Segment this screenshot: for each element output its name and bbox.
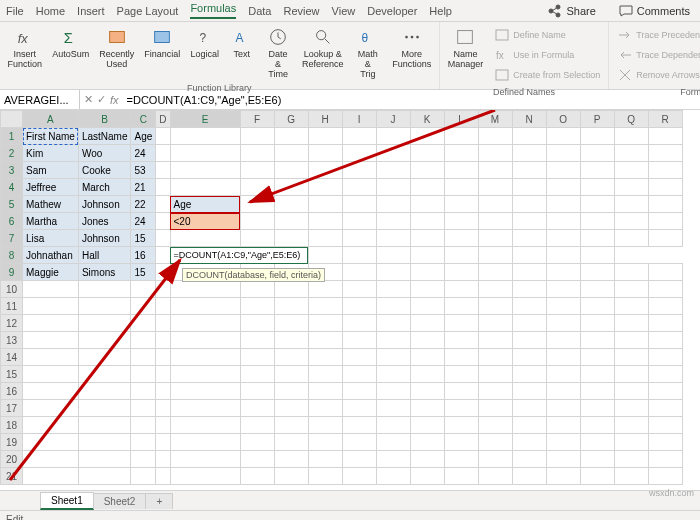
formula-bar-input[interactable]: =DCOUNT(A1:C9,"Age",E5:E6) bbox=[123, 94, 700, 106]
recently-used-button[interactable]: Recently Used bbox=[96, 24, 138, 72]
criteria-value-cell[interactable]: <20 bbox=[170, 213, 240, 230]
add-sheet-button[interactable]: + bbox=[145, 493, 173, 509]
cell[interactable]: Johnson bbox=[78, 196, 131, 213]
row-header[interactable]: 11 bbox=[1, 298, 23, 315]
autosum-button[interactable]: ΣAutoSum bbox=[49, 24, 93, 62]
row-header[interactable]: 7 bbox=[1, 230, 23, 247]
cell[interactable]: Sam bbox=[23, 162, 79, 179]
comments-button[interactable]: Comments bbox=[618, 3, 690, 19]
row-header[interactable]: 9 bbox=[1, 264, 23, 281]
cell[interactable]: March bbox=[78, 179, 131, 196]
datetime-button[interactable]: Date & Time bbox=[261, 24, 296, 82]
col-header[interactable]: L bbox=[444, 111, 478, 128]
row-header[interactable]: 16 bbox=[1, 383, 23, 400]
more-functions-button[interactable]: More Functions bbox=[389, 24, 435, 72]
tab-developer[interactable]: Developer bbox=[367, 5, 417, 17]
col-header[interactable]: C bbox=[131, 111, 156, 128]
cancel-formula-icon[interactable]: ✕ bbox=[84, 93, 93, 106]
cell[interactable]: 16 bbox=[131, 247, 156, 264]
cell[interactable]: First Name bbox=[23, 128, 79, 145]
row-header[interactable]: 4 bbox=[1, 179, 23, 196]
cell[interactable]: 22 bbox=[131, 196, 156, 213]
row-header[interactable]: 10 bbox=[1, 281, 23, 298]
col-header[interactable]: D bbox=[156, 111, 170, 128]
trace-precedents-button[interactable]: Trace Precedents bbox=[615, 26, 700, 44]
define-name-button[interactable]: Define Name bbox=[492, 26, 602, 44]
cell[interactable]: Kim bbox=[23, 145, 79, 162]
name-manager-button[interactable]: Name Manager bbox=[444, 24, 488, 72]
col-header[interactable]: R bbox=[648, 111, 682, 128]
lookup-button[interactable]: Lookup & Reference bbox=[298, 24, 346, 72]
tab-home[interactable]: Home bbox=[36, 5, 65, 17]
tab-view[interactable]: View bbox=[332, 5, 356, 17]
col-header[interactable]: A bbox=[23, 111, 79, 128]
col-header[interactable]: E bbox=[170, 111, 240, 128]
tab-formulas[interactable]: Formulas bbox=[190, 2, 236, 19]
col-header[interactable]: B bbox=[78, 111, 131, 128]
row-header[interactable]: 13 bbox=[1, 332, 23, 349]
sheet-tab-2[interactable]: Sheet2 bbox=[93, 493, 147, 509]
row-header[interactable]: 20 bbox=[1, 451, 23, 468]
cell[interactable]: Johnathan bbox=[23, 247, 79, 264]
col-header[interactable]: F bbox=[240, 111, 274, 128]
text-button[interactable]: AText bbox=[226, 24, 258, 62]
insert-function-button[interactable]: fxInsert Function bbox=[4, 24, 46, 72]
row-header[interactable]: 5 bbox=[1, 196, 23, 213]
formula-edit-cell[interactable]: =DCOUNT(A1:C9,"Age",E5:E6) bbox=[170, 247, 308, 264]
row-header[interactable]: 12 bbox=[1, 315, 23, 332]
tab-review[interactable]: Review bbox=[283, 5, 319, 17]
accept-formula-icon[interactable]: ✓ bbox=[97, 93, 106, 106]
cell[interactable]: Cooke bbox=[78, 162, 131, 179]
row-header[interactable]: 21 bbox=[1, 468, 23, 485]
cell[interactable]: Age bbox=[131, 128, 156, 145]
cell[interactable]: 21 bbox=[131, 179, 156, 196]
criteria-header-cell[interactable]: Age bbox=[170, 196, 240, 213]
cell[interactable]: 15 bbox=[131, 230, 156, 247]
use-in-formula-button[interactable]: fxUse in Formula bbox=[492, 46, 602, 64]
cell[interactable]: Maggie bbox=[23, 264, 79, 281]
row-header[interactable]: 3 bbox=[1, 162, 23, 179]
tab-insert[interactable]: Insert bbox=[77, 5, 105, 17]
cell[interactable]: 53 bbox=[131, 162, 156, 179]
mathtrig-button[interactable]: θMath & Trig bbox=[350, 24, 386, 82]
col-header[interactable]: M bbox=[478, 111, 512, 128]
col-header[interactable]: O bbox=[546, 111, 580, 128]
select-all-corner[interactable] bbox=[1, 111, 23, 128]
col-header[interactable]: N bbox=[512, 111, 546, 128]
share-button[interactable]: Share bbox=[547, 3, 595, 19]
cell[interactable]: 24 bbox=[131, 145, 156, 162]
col-header[interactable]: I bbox=[342, 111, 376, 128]
trace-dependents-button[interactable]: Trace Dependents bbox=[615, 46, 700, 64]
row-header[interactable]: 1 bbox=[1, 128, 23, 145]
col-header[interactable]: Q bbox=[614, 111, 648, 128]
col-header[interactable]: P bbox=[580, 111, 614, 128]
cell[interactable]: Martha bbox=[23, 213, 79, 230]
cell[interactable]: Jones bbox=[78, 213, 131, 230]
cell[interactable]: Simons bbox=[78, 264, 131, 281]
cell[interactable]: 24 bbox=[131, 213, 156, 230]
tab-data[interactable]: Data bbox=[248, 5, 271, 17]
cell[interactable]: Woo bbox=[78, 145, 131, 162]
cell[interactable]: LastName bbox=[78, 128, 131, 145]
cell[interactable]: Hall bbox=[78, 247, 131, 264]
row-header[interactable]: 15 bbox=[1, 366, 23, 383]
financial-button[interactable]: Financial bbox=[141, 24, 184, 62]
row-header[interactable]: 18 bbox=[1, 417, 23, 434]
row-header[interactable]: 19 bbox=[1, 434, 23, 451]
col-header[interactable]: J bbox=[376, 111, 410, 128]
sheet-tab-1[interactable]: Sheet1 bbox=[40, 492, 94, 510]
tab-help[interactable]: Help bbox=[429, 5, 452, 17]
remove-arrows-button[interactable]: Remove Arrows bbox=[615, 66, 700, 84]
create-from-selection-button[interactable]: Create from Selection bbox=[492, 66, 602, 84]
row-header[interactable]: 17 bbox=[1, 400, 23, 417]
cell[interactable]: Johnson bbox=[78, 230, 131, 247]
col-header[interactable]: H bbox=[308, 111, 342, 128]
row-header[interactable]: 2 bbox=[1, 145, 23, 162]
col-header[interactable]: K bbox=[410, 111, 444, 128]
tab-pagelayout[interactable]: Page Layout bbox=[117, 5, 179, 17]
row-header[interactable]: 8 bbox=[1, 247, 23, 264]
spreadsheet-grid[interactable]: A B C D E F G H I J K L M N O P Q R 1Fir… bbox=[0, 110, 683, 485]
cell[interactable]: Mathew bbox=[23, 196, 79, 213]
name-box[interactable]: AVERAGEI... bbox=[0, 90, 80, 109]
cell[interactable]: Lisa bbox=[23, 230, 79, 247]
